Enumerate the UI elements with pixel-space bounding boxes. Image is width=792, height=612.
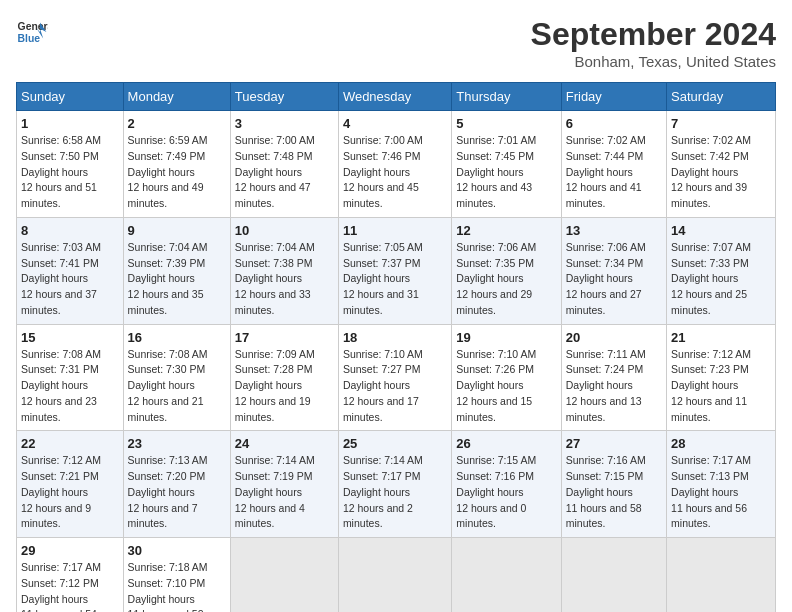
- header-day-monday: Monday: [123, 83, 230, 111]
- header-day-sunday: Sunday: [17, 83, 124, 111]
- page-header: General Blue September 2024 Bonham, Texa…: [16, 16, 776, 70]
- calendar-cell: 21Sunrise: 7:12 AMSunset: 7:23 PMDayligh…: [667, 324, 776, 431]
- calendar-cell: 13Sunrise: 7:06 AMSunset: 7:34 PMDayligh…: [561, 217, 666, 324]
- day-number: 15: [21, 330, 119, 345]
- day-number: 29: [21, 543, 119, 558]
- day-info: Sunrise: 7:15 AMSunset: 7:16 PMDaylight …: [456, 453, 556, 532]
- header-day-tuesday: Tuesday: [230, 83, 338, 111]
- day-info: Sunrise: 7:10 AMSunset: 7:26 PMDaylight …: [456, 347, 556, 426]
- day-info: Sunrise: 7:12 AMSunset: 7:23 PMDaylight …: [671, 347, 771, 426]
- day-number: 4: [343, 116, 447, 131]
- day-number: 10: [235, 223, 334, 238]
- calendar-cell: 17Sunrise: 7:09 AMSunset: 7:28 PMDayligh…: [230, 324, 338, 431]
- day-info: Sunrise: 7:09 AMSunset: 7:28 PMDaylight …: [235, 347, 334, 426]
- day-info: Sunrise: 7:00 AMSunset: 7:46 PMDaylight …: [343, 133, 447, 212]
- day-info: Sunrise: 7:07 AMSunset: 7:33 PMDaylight …: [671, 240, 771, 319]
- calendar-cell: 9Sunrise: 7:04 AMSunset: 7:39 PMDaylight…: [123, 217, 230, 324]
- day-number: 2: [128, 116, 226, 131]
- day-number: 8: [21, 223, 119, 238]
- header-day-wednesday: Wednesday: [338, 83, 451, 111]
- calendar-cell: 26Sunrise: 7:15 AMSunset: 7:16 PMDayligh…: [452, 431, 561, 538]
- day-number: 1: [21, 116, 119, 131]
- calendar-cell: [667, 538, 776, 613]
- calendar-cell: 7Sunrise: 7:02 AMSunset: 7:42 PMDaylight…: [667, 111, 776, 218]
- calendar-cell: 2Sunrise: 6:59 AMSunset: 7:49 PMDaylight…: [123, 111, 230, 218]
- day-info: Sunrise: 7:06 AMSunset: 7:35 PMDaylight …: [456, 240, 556, 319]
- calendar-cell: 16Sunrise: 7:08 AMSunset: 7:30 PMDayligh…: [123, 324, 230, 431]
- calendar-cell: 25Sunrise: 7:14 AMSunset: 7:17 PMDayligh…: [338, 431, 451, 538]
- day-info: Sunrise: 6:59 AMSunset: 7:49 PMDaylight …: [128, 133, 226, 212]
- day-info: Sunrise: 7:02 AMSunset: 7:42 PMDaylight …: [671, 133, 771, 212]
- calendar-cell: 11Sunrise: 7:05 AMSunset: 7:37 PMDayligh…: [338, 217, 451, 324]
- day-info: Sunrise: 6:58 AMSunset: 7:50 PMDaylight …: [21, 133, 119, 212]
- header-day-thursday: Thursday: [452, 83, 561, 111]
- day-number: 17: [235, 330, 334, 345]
- calendar-cell: 22Sunrise: 7:12 AMSunset: 7:21 PMDayligh…: [17, 431, 124, 538]
- day-number: 30: [128, 543, 226, 558]
- day-info: Sunrise: 7:02 AMSunset: 7:44 PMDaylight …: [566, 133, 662, 212]
- calendar-week-row: 15Sunrise: 7:08 AMSunset: 7:31 PMDayligh…: [17, 324, 776, 431]
- day-info: Sunrise: 7:05 AMSunset: 7:37 PMDaylight …: [343, 240, 447, 319]
- day-number: 28: [671, 436, 771, 451]
- day-info: Sunrise: 7:08 AMSunset: 7:30 PMDaylight …: [128, 347, 226, 426]
- day-number: 6: [566, 116, 662, 131]
- day-number: 9: [128, 223, 226, 238]
- calendar-cell: 5Sunrise: 7:01 AMSunset: 7:45 PMDaylight…: [452, 111, 561, 218]
- calendar-cell: 23Sunrise: 7:13 AMSunset: 7:20 PMDayligh…: [123, 431, 230, 538]
- day-info: Sunrise: 7:14 AMSunset: 7:19 PMDaylight …: [235, 453, 334, 532]
- calendar-week-row: 22Sunrise: 7:12 AMSunset: 7:21 PMDayligh…: [17, 431, 776, 538]
- calendar-week-row: 8Sunrise: 7:03 AMSunset: 7:41 PMDaylight…: [17, 217, 776, 324]
- location: Bonham, Texas, United States: [531, 53, 776, 70]
- day-info: Sunrise: 7:18 AMSunset: 7:10 PMDaylight …: [128, 560, 226, 612]
- calendar-cell: 29Sunrise: 7:17 AMSunset: 7:12 PMDayligh…: [17, 538, 124, 613]
- day-number: 14: [671, 223, 771, 238]
- day-number: 19: [456, 330, 556, 345]
- day-number: 20: [566, 330, 662, 345]
- calendar-cell: 12Sunrise: 7:06 AMSunset: 7:35 PMDayligh…: [452, 217, 561, 324]
- day-number: 26: [456, 436, 556, 451]
- calendar-cell: 8Sunrise: 7:03 AMSunset: 7:41 PMDaylight…: [17, 217, 124, 324]
- title-block: September 2024 Bonham, Texas, United Sta…: [531, 16, 776, 70]
- day-info: Sunrise: 7:10 AMSunset: 7:27 PMDaylight …: [343, 347, 447, 426]
- header-day-friday: Friday: [561, 83, 666, 111]
- month-title: September 2024: [531, 16, 776, 53]
- calendar-cell: 10Sunrise: 7:04 AMSunset: 7:38 PMDayligh…: [230, 217, 338, 324]
- calendar-cell: 1Sunrise: 6:58 AMSunset: 7:50 PMDaylight…: [17, 111, 124, 218]
- day-info: Sunrise: 7:04 AMSunset: 7:39 PMDaylight …: [128, 240, 226, 319]
- day-info: Sunrise: 7:17 AMSunset: 7:12 PMDaylight …: [21, 560, 119, 612]
- day-info: Sunrise: 7:01 AMSunset: 7:45 PMDaylight …: [456, 133, 556, 212]
- day-number: 16: [128, 330, 226, 345]
- calendar-cell: 24Sunrise: 7:14 AMSunset: 7:19 PMDayligh…: [230, 431, 338, 538]
- day-info: Sunrise: 7:16 AMSunset: 7:15 PMDaylight …: [566, 453, 662, 532]
- logo: General Blue: [16, 16, 52, 48]
- day-number: 27: [566, 436, 662, 451]
- calendar-cell: [230, 538, 338, 613]
- calendar-cell: 4Sunrise: 7:00 AMSunset: 7:46 PMDaylight…: [338, 111, 451, 218]
- calendar-week-row: 29Sunrise: 7:17 AMSunset: 7:12 PMDayligh…: [17, 538, 776, 613]
- calendar-cell: [452, 538, 561, 613]
- calendar-cell: 18Sunrise: 7:10 AMSunset: 7:27 PMDayligh…: [338, 324, 451, 431]
- calendar-cell: 14Sunrise: 7:07 AMSunset: 7:33 PMDayligh…: [667, 217, 776, 324]
- calendar-header-row: SundayMondayTuesdayWednesdayThursdayFrid…: [17, 83, 776, 111]
- day-number: 21: [671, 330, 771, 345]
- day-info: Sunrise: 7:11 AMSunset: 7:24 PMDaylight …: [566, 347, 662, 426]
- day-number: 22: [21, 436, 119, 451]
- calendar-cell: 19Sunrise: 7:10 AMSunset: 7:26 PMDayligh…: [452, 324, 561, 431]
- logo-icon: General Blue: [16, 16, 48, 48]
- day-number: 24: [235, 436, 334, 451]
- day-number: 3: [235, 116, 334, 131]
- day-number: 23: [128, 436, 226, 451]
- calendar-week-row: 1Sunrise: 6:58 AMSunset: 7:50 PMDaylight…: [17, 111, 776, 218]
- svg-text:General: General: [18, 21, 48, 32]
- calendar-cell: 6Sunrise: 7:02 AMSunset: 7:44 PMDaylight…: [561, 111, 666, 218]
- svg-text:Blue: Blue: [18, 33, 41, 44]
- day-info: Sunrise: 7:17 AMSunset: 7:13 PMDaylight …: [671, 453, 771, 532]
- calendar-cell: [561, 538, 666, 613]
- calendar-cell: 30Sunrise: 7:18 AMSunset: 7:10 PMDayligh…: [123, 538, 230, 613]
- calendar-table: SundayMondayTuesdayWednesdayThursdayFrid…: [16, 82, 776, 612]
- day-info: Sunrise: 7:08 AMSunset: 7:31 PMDaylight …: [21, 347, 119, 426]
- calendar-cell: 28Sunrise: 7:17 AMSunset: 7:13 PMDayligh…: [667, 431, 776, 538]
- day-number: 12: [456, 223, 556, 238]
- day-info: Sunrise: 7:12 AMSunset: 7:21 PMDaylight …: [21, 453, 119, 532]
- day-number: 25: [343, 436, 447, 451]
